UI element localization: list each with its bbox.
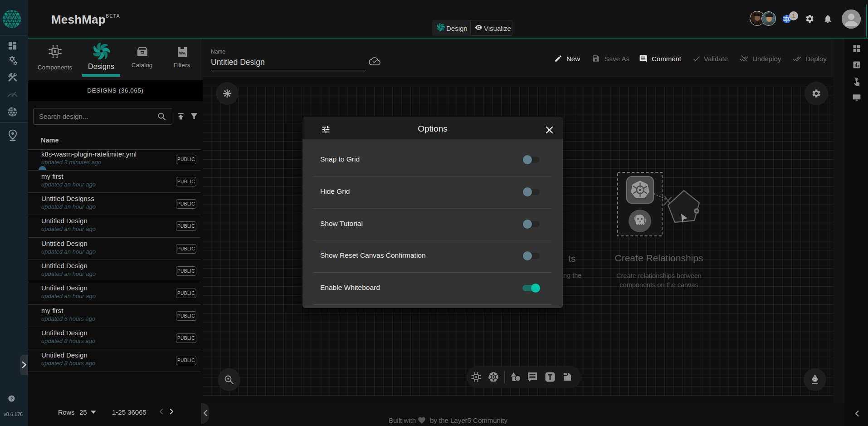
svg-text:WA: WA [179,51,186,55]
svg-text:?: ? [10,397,13,401]
